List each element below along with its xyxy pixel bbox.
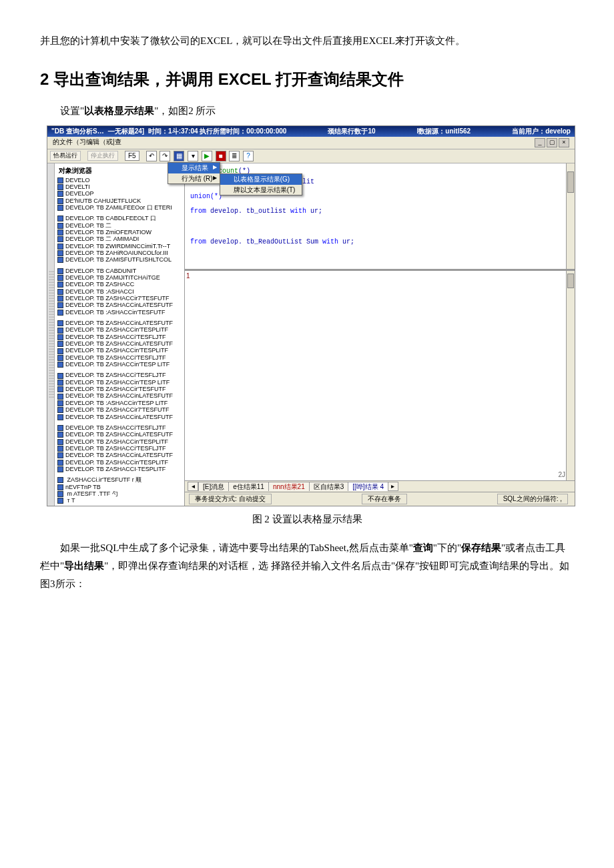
close-button[interactable]: × — [559, 138, 569, 147]
object-list-item[interactable]: DEVELOP. TB ZAMILFEEOor 口 ETERI — [56, 204, 183, 211]
object-list-item[interactable]: DEVELOP. TB :ASHACCI — [56, 288, 183, 295]
object-list-item[interactable]: DEVELOP. TB ZASHACCin'TESPLITF — [56, 326, 183, 333]
sql-l4c: with — [290, 207, 310, 215]
lead-post: "，如图2 所示 — [154, 105, 216, 116]
object-list-item[interactable]: DEVELOP. TB ZASHACCinLATESFUTF — [56, 414, 183, 420]
table-icon — [57, 362, 63, 368]
object-list-item[interactable]: DEVELOP. TB ZWIRDMINCCimiT.Tr--T — [56, 243, 183, 250]
table-icon — [57, 394, 63, 400]
object-list-item[interactable]: DE'hIUTB CAHUJETFLUCK — [56, 197, 183, 204]
table-icon — [57, 334, 63, 340]
o-b2: 保存结果 — [461, 542, 501, 553]
object-list-item[interactable]: DEVELOP. TB ZASHACCi'TESFLJTF — [56, 372, 183, 378]
undo-icon[interactable]: ↶ — [146, 151, 157, 161]
submenu-text-result[interactable]: 牌以文本显示结果(T) — [220, 185, 302, 195]
display-menu: 显示结果 行为结 (R) 以表格显示结果(G) 牌以文本显示结果(T) — [168, 162, 220, 184]
object-list-label: DEVELOP. TB ZASHACCinLATESFUTF — [65, 452, 173, 458]
table-icon — [57, 244, 63, 250]
row-marker: 1 — [186, 272, 190, 280]
redo-icon[interactable]: ↷ — [160, 151, 170, 161]
table-icon — [57, 477, 63, 483]
object-list-label: DEVELOP. TB ZASHACCinLATESFUTF — [65, 414, 173, 420]
tab-result4[interactable]: [[哗]结果 4 — [348, 482, 388, 492]
object-list-label: DEVELO — [65, 177, 90, 183]
maximize-button[interactable]: ▢ — [547, 138, 557, 147]
object-list-item[interactable]: DEVELOP. TB CABDUNIT — [56, 268, 183, 274]
object-list-item[interactable]: DEVELOP. TB ZASHACCi'TESFLJTF — [56, 334, 183, 340]
object-list-item[interactable]: DEVELOP. TB ZASHACCinLATESFUTF — [56, 302, 183, 308]
sql-l4a: from — [190, 207, 210, 215]
tab-result2[interactable]: nnn结果21 — [268, 482, 310, 492]
f5-label[interactable]: F5 — [125, 151, 139, 161]
object-list-item[interactable]: ZASHACCi.ir'TESFUTF r 顺 — [56, 476, 183, 483]
object-list-item[interactable]: DEVELOP. TB ZAMISFUTFLISHLTCOL — [56, 256, 183, 263]
object-list-item[interactable]: DEVELOP. TB ZASHACCin'TESPLITF — [56, 438, 183, 445]
object-list-item[interactable]: DEVELOP. TB ZASHACCinLATESFUTF — [56, 392, 183, 399]
object-list-item[interactable]: DEVELOP. TB ZASHACC — [56, 281, 183, 288]
object-list-item[interactable]: т T — [56, 497, 183, 504]
object-list-item[interactable]: DEVELOP. TB ZAHiROAIUNCOLfor.III — [56, 250, 183, 256]
object-list-item[interactable]: DEVELO — [56, 177, 183, 183]
object-list-item[interactable]: DEVELOP. TB ZASHACCi'TESFLJTF — [56, 354, 183, 361]
dropdown-icon[interactable]: ▾ — [188, 151, 198, 161]
object-list-item[interactable]: DEVELOP. TB 二 AMIMADI — [56, 236, 183, 242]
object-list-label: DEVELOP. TB ZASHACCin'TESP LITF — [65, 361, 170, 368]
tab-scroll-right[interactable]: ▸ — [388, 482, 398, 492]
play-icon[interactable]: ▶ — [202, 151, 212, 161]
o-b1: 查询 — [413, 542, 433, 553]
object-list-item[interactable]: DEVELOP. TB ZASHACCir7'TESFUTF — [56, 295, 183, 302]
object-list-item[interactable]: DEVELOP. TB ZASHACCinLATESFUTF — [56, 452, 183, 458]
object-list-item[interactable]: DEVELTI — [56, 183, 183, 190]
menu-display-result[interactable]: 显示结果 — [168, 163, 220, 173]
tab-result3[interactable]: 区自结果3 — [309, 482, 349, 492]
grid-icon[interactable]: ▦ — [174, 151, 184, 161]
object-list-item[interactable]: m ATESFT .TTF 勺 — [56, 490, 183, 497]
object-list-label: DEVELOP. TB ZASHACCinLATESFUTF — [65, 392, 173, 399]
object-list-item[interactable]: DEVELOP. TB ZASHACCin'TESPLITF — [56, 347, 183, 354]
object-list-item[interactable]: DEVELOP. TB :ASHACCin'TESP LITF — [56, 400, 183, 406]
object-list-label: DEVELOP. TB ZAMISFUTFLISHLTCOL — [65, 256, 172, 263]
object-list-label: DEVELOP. TB ZASHACCin'TESPLITF — [65, 459, 168, 466]
object-list-item[interactable]: DEVELOP. TB ZASHACCir'TESFUTF — [56, 386, 183, 392]
object-list-item[interactable]: DEVELOP. TB ZASHACCin'TESPLITF — [56, 459, 183, 466]
object-list-item[interactable]: DEVELOP. TB ZmiOFERATIOW — [56, 229, 183, 236]
object-list-item[interactable]: DEVELOP. TB 二 — [56, 222, 183, 229]
object-list-item[interactable]: DEVELOP. TB ZASHACCinLATESFUTF — [56, 320, 183, 326]
object-list[interactable]: DEVELODEVELTIDEVELOPDE'hIUTB CAHUJETFLUC… — [56, 177, 183, 504]
title-rows: 颈结果行数于10 — [328, 127, 375, 135]
tab-messages[interactable]: [E]消息 — [198, 482, 229, 492]
list-icon[interactable]: ≣ — [229, 151, 240, 161]
result-scrollbar[interactable] — [566, 271, 575, 480]
menubar-text[interactable]: 的文件（习编辑（或|查 — [53, 138, 121, 147]
minimize-button[interactable]: _ — [535, 138, 545, 147]
run-button[interactable]: 恰易运行 — [50, 151, 81, 160]
table-icon — [57, 414, 63, 420]
object-list-label: DEVELOP. TB ZASHACCi'TESFLJTF — [65, 445, 166, 452]
object-list-item[interactable]: DEVELOP. TB ZASHACCinLATESFUTF — [56, 431, 183, 438]
object-list-item[interactable]: DEVELOP. TB ZASHACCin'TESP LITF — [56, 379, 183, 386]
object-list-item[interactable]: DEVELOP. TB :ASHACCin'TESFUTF — [56, 309, 183, 316]
table-icon — [57, 205, 63, 211]
help-icon[interactable]: ? — [243, 151, 254, 161]
stop-button[interactable]: 停止执行 — [87, 151, 118, 160]
object-list-item[interactable]: DEVELOP. TB ZASHACCi'TESFLJTF — [56, 445, 183, 452]
tab-scroll-left[interactable]: ◂ — [188, 482, 198, 492]
object-list-item[interactable]: DEVELOP. TB ZASHACCir7'TESFUTF — [56, 406, 183, 413]
editor-scrollbar[interactable] — [566, 163, 575, 269]
object-list-item[interactable]: DEVELOP. TB CABDLFEEOLT 口 — [56, 215, 183, 222]
object-list-item[interactable]: nEVFTnP TB — [56, 484, 183, 490]
menu-behavior[interactable]: 行为结 (R) — [168, 173, 220, 184]
table-icon — [57, 446, 63, 452]
object-list-item[interactable]: DEVELOP. TB ZASHACCinLATESFUTF — [56, 340, 183, 347]
result-grid[interactable]: 1 2J — [185, 270, 575, 480]
object-list-item[interactable]: DEVELOP. TB ZASHACCI·TESPLITF — [56, 466, 183, 472]
stop-icon[interactable]: ■ — [216, 151, 226, 161]
submenu-grid-result[interactable]: 以表格显示结果(G) — [220, 174, 302, 185]
object-list-item[interactable]: DEVELOP. TB ZASHACCi'TESFLJTF — [56, 424, 183, 431]
object-list-label: DEVELOP — [65, 190, 94, 197]
object-list-item[interactable]: DEVELOP. TB ZAMIJITITCHAiTGE — [56, 274, 183, 281]
table-icon — [57, 439, 63, 445]
tab-result1[interactable]: e住结果11 — [228, 482, 269, 492]
object-list-item[interactable]: DEVELOP — [56, 190, 183, 197]
object-list-item[interactable]: DEVELOP. TB ZASHACCin'TESP LITF — [56, 361, 183, 368]
